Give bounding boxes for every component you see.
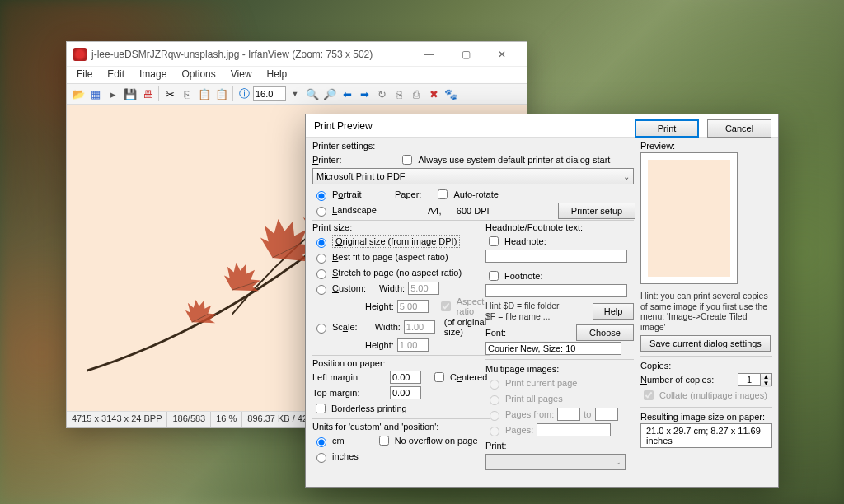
custom-radio[interactable] — [316, 285, 326, 295]
open-icon[interactable]: 📂 — [70, 86, 87, 102]
zoom-in-icon[interactable]: 🔍 — [304, 86, 321, 102]
footnote-input[interactable] — [485, 284, 627, 297]
app-icon — [73, 48, 87, 61]
to-label: to — [584, 409, 591, 419]
delete-icon[interactable]: 🖶 — [139, 86, 156, 102]
scale-label: Scale: — [332, 322, 358, 332]
copies-spinner[interactable]: ▲▼ — [738, 373, 772, 386]
font-input[interactable] — [485, 342, 621, 355]
paste2-icon[interactable]: ⎙ — [408, 86, 424, 102]
next-icon[interactable]: ➡ — [356, 86, 373, 102]
landscape-radio[interactable] — [316, 207, 326, 217]
menu-options[interactable]: Options — [175, 67, 222, 83]
copy-icon[interactable]: ⎘ — [179, 86, 195, 102]
portrait-radio[interactable] — [316, 191, 326, 201]
status-pct: 16 % — [211, 412, 242, 427]
centered-checkbox[interactable] — [434, 372, 444, 382]
top-margin-input[interactable] — [390, 386, 421, 399]
zoom-dropdown-icon[interactable]: ▼ — [287, 86, 303, 102]
footnote-checkbox[interactable] — [489, 271, 499, 281]
window-title: j-lee-ueDSMrJZRqw-unsplash.jpg - IrfanVi… — [91, 49, 373, 60]
num-copies-label: Number of copies: — [640, 375, 714, 385]
menu-view[interactable]: View — [224, 67, 259, 83]
stretch-label: Stretch to page (no aspect ratio) — [332, 268, 462, 278]
units-label: Units for 'custom' and 'position': — [312, 422, 490, 432]
menu-file[interactable]: File — [70, 67, 99, 83]
left-margin-label: Left margin: — [312, 372, 387, 382]
copies-input[interactable] — [738, 373, 761, 386]
paper-info: A4, 600 DPI — [428, 206, 490, 216]
scale-height-input[interactable] — [397, 338, 429, 352]
portrait-label: Portrait — [332, 189, 361, 199]
printer-setup-button[interactable]: Printer setup — [558, 203, 635, 219]
original-size-radio[interactable] — [316, 238, 326, 248]
save-settings-button[interactable]: Save current dialog settings — [640, 335, 771, 352]
minimize-button[interactable]: — — [411, 43, 448, 66]
headnote-input[interactable] — [485, 250, 627, 263]
hint-files: Hint $D = file folder, $F = file name ..… — [485, 301, 589, 321]
width-label: Width: — [379, 283, 405, 293]
copy2-icon[interactable]: ⎘ — [391, 86, 407, 102]
print-all-label: Print all pages — [505, 394, 563, 404]
preview-box — [640, 152, 738, 284]
help-button[interactable]: Help — [593, 303, 634, 320]
menu-image[interactable]: Image — [133, 67, 173, 83]
paste-icon[interactable]: 📋 — [196, 86, 213, 102]
copies-label: Copies: — [640, 361, 772, 371]
printer-name: Microsoft Print to PDF — [316, 171, 406, 181]
prev-icon[interactable]: ⬅ — [339, 86, 355, 102]
height-label: Height: — [365, 301, 394, 311]
no-overflow-checkbox[interactable] — [379, 436, 389, 446]
settings-icon[interactable]: ✖ — [425, 86, 442, 102]
always-default-label: Always use system default printer at dia… — [418, 155, 610, 165]
close-button[interactable]: ✕ — [484, 43, 520, 66]
cm-label: cm — [332, 436, 345, 446]
undo-icon[interactable]: 📋 — [213, 86, 230, 102]
scale-width-label: Width: — [375, 322, 401, 332]
headnote-label: Headnote: — [504, 236, 546, 246]
scale-width-input[interactable] — [404, 320, 435, 334]
original-size-label: Original size (from image DPI) — [332, 235, 460, 248]
inches-radio[interactable] — [316, 453, 326, 463]
collate-checkbox — [644, 390, 654, 400]
pages-input — [537, 423, 611, 436]
print-current-label: Print current page — [505, 378, 577, 388]
menu-help[interactable]: Help — [260, 67, 294, 83]
always-default-checkbox[interactable] — [402, 155, 412, 165]
left-margin-input[interactable] — [390, 371, 421, 384]
stretch-radio[interactable] — [316, 269, 326, 279]
scale-radio[interactable] — [316, 324, 326, 334]
cm-radio[interactable] — [316, 437, 326, 447]
pages-from-radio — [490, 411, 499, 421]
print-size-label: Print size: — [312, 222, 490, 232]
slideshow-icon[interactable]: ▸ — [105, 86, 121, 102]
print-button[interactable]: Print — [635, 119, 699, 138]
custom-height-input[interactable] — [397, 300, 429, 313]
print-combo[interactable]: ⌄ — [485, 454, 626, 470]
top-margin-label: Top margin: — [312, 388, 387, 398]
centered-label: Centered — [450, 372, 487, 382]
borderless-checkbox[interactable] — [316, 404, 326, 413]
thumbnails-icon[interactable]: ▦ — [87, 86, 104, 102]
bestfit-radio[interactable] — [316, 254, 326, 264]
info-icon[interactable]: ⓘ — [236, 86, 252, 102]
cancel-button[interactable]: Cancel — [707, 119, 771, 138]
pages-label: Pages: — [505, 425, 533, 435]
printer-combo[interactable]: Microsoft Print to PDF — [312, 168, 634, 184]
auto-rotate-checkbox[interactable] — [438, 189, 448, 199]
zoom-input[interactable] — [253, 86, 286, 101]
font-label: Font: — [485, 328, 573, 338]
pages-radio — [490, 427, 499, 436]
headnote-checkbox[interactable] — [489, 236, 499, 246]
cat-icon[interactable]: 🐾 — [443, 86, 459, 102]
zoom-out-icon[interactable]: 🔎 — [321, 86, 338, 102]
save-icon[interactable]: 💾 — [122, 86, 138, 102]
auto-rotate-label: Auto-rotate — [453, 189, 498, 199]
status-dims: 4715 x 3143 x 24 BPP — [67, 412, 167, 427]
rotate-icon[interactable]: ↻ — [373, 86, 390, 102]
custom-width-input[interactable] — [408, 282, 439, 295]
menu-edit[interactable]: Edit — [101, 67, 131, 83]
choose-font-button[interactable]: Choose — [576, 324, 634, 341]
cut-icon[interactable]: ✂ — [162, 86, 178, 102]
maximize-button[interactable]: ▢ — [448, 43, 484, 66]
